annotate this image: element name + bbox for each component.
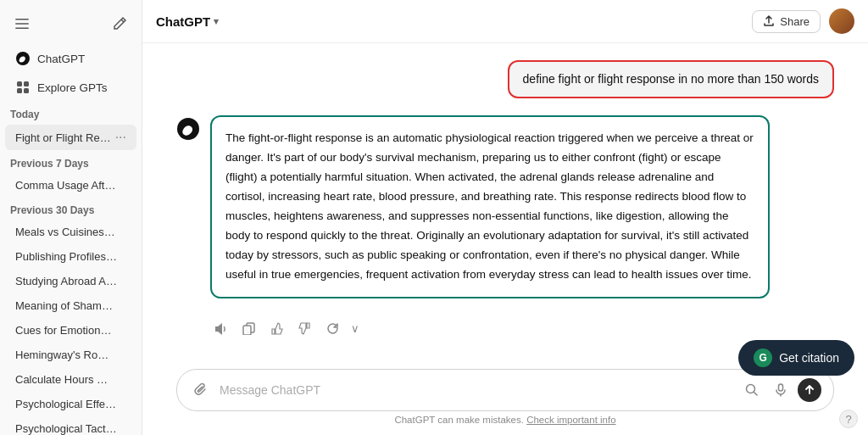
section-today: Today — [0, 102, 142, 124]
user-message-text: define fight or flight response in no mo… — [523, 72, 819, 86]
sidebar-item-chatgpt[interactable]: ChatGPT — [5, 45, 136, 72]
message-actions: ∨ — [176, 315, 834, 339]
assistant-message-container: The fight-or-flight response is an autom… — [176, 115, 770, 298]
citation-icon: G — [754, 349, 772, 367]
sidebar-item-explore-gpts[interactable]: Explore GPTs — [5, 74, 136, 101]
sidebar-top — [0, 7, 142, 41]
history-item-publishing[interactable]: Publishing Profiles vs Biographic — [5, 245, 136, 268]
share-label: Share — [780, 15, 810, 28]
history-item-shameless[interactable]: Meaning of Shameless — [5, 294, 136, 317]
history-item-studying[interactable]: Studying Abroad Advantages Di — [5, 270, 136, 293]
audio-play-button[interactable] — [210, 319, 231, 339]
get-citation-button[interactable]: G Get citation — [738, 340, 854, 376]
thumbs-up-button[interactable] — [267, 319, 287, 338]
chatgpt-logo-icon — [15, 51, 31, 66]
svg-rect-11 — [243, 326, 251, 335]
footer-note: ChatGPT can make mistakes. Check importa… — [176, 411, 834, 432]
history-item-hemingway[interactable]: Hemingway's Romantic Works — [5, 343, 136, 366]
history-item-label: Psychological Tactics in Commu — [15, 422, 117, 435]
svg-rect-4 — [17, 81, 22, 86]
sidebar-toggle-button[interactable] — [10, 12, 34, 36]
history-item-menu-icon[interactable]: ··· — [115, 130, 126, 145]
expand-icon: ∨ — [351, 322, 359, 335]
history-item-label: Studying Abroad Advantages Di — [15, 275, 117, 287]
section-prev-30: Previous 30 Days — [0, 198, 142, 220]
svg-rect-2 — [15, 28, 29, 30]
history-item-label: Fight or Flight Response — [15, 131, 115, 144]
header: ChatGPT ▾ Share — [142, 0, 868, 43]
svg-rect-1 — [15, 23, 29, 25]
help-button[interactable]: ? — [839, 410, 858, 428]
thumbs-down-button[interactable] — [295, 319, 314, 338]
svg-rect-5 — [24, 81, 29, 86]
help-icon: ? — [845, 413, 851, 426]
history-item-meals[interactable]: Meals vs Cuisines in USA — [5, 220, 136, 243]
attachment-button[interactable] — [189, 378, 213, 402]
footer-important-info-link[interactable]: Check important info — [526, 415, 615, 425]
chatgpt-title-text: ChatGPT — [156, 14, 210, 29]
input-right-controls — [740, 378, 821, 402]
history-item-label: Comma Usage After Introductory — [15, 179, 117, 192]
send-button[interactable] — [798, 378, 821, 402]
message-input[interactable] — [220, 383, 733, 397]
section-prev-7: Previous 7 Days — [0, 151, 142, 173]
history-item-hours[interactable]: Calculate Hours Worked Excel — [5, 368, 136, 391]
history-item-fight-flight[interactable]: Fight or Flight Response ··· — [5, 125, 136, 150]
history-item-label: Meals vs Cuisines in USA — [15, 226, 117, 238]
new-chat-button[interactable] — [108, 12, 131, 36]
header-title[interactable]: ChatGPT ▾ — [156, 14, 219, 29]
assistant-message-text: The fight-or-flight response is an autom… — [225, 131, 754, 281]
explore-gpts-label: Explore GPTs — [37, 81, 108, 94]
svg-rect-0 — [15, 19, 29, 20]
chat-area: define fight or flight response in no mo… — [142, 43, 868, 360]
svg-rect-13 — [779, 384, 783, 391]
assistant-avatar-icon — [176, 117, 200, 141]
history-item-label: Psychological Effects of Compa — [15, 398, 117, 410]
history-item-label: Hemingway's Romantic Works — [15, 349, 117, 361]
sidebar: ChatGPT Explore GPTs Today Fight or Flig… — [0, 0, 142, 435]
history-item-label: Meaning of Shameless — [15, 299, 117, 312]
svg-rect-6 — [17, 88, 22, 93]
share-upload-icon — [763, 15, 775, 27]
history-item-label: Publishing Profiles vs Biographic — [15, 250, 117, 263]
share-button[interactable]: Share — [752, 10, 821, 33]
search-button[interactable] — [740, 378, 764, 402]
svg-rect-7 — [24, 88, 29, 93]
history-item-comma-usage[interactable]: Comma Usage After Introductory — [5, 174, 136, 197]
history-item-label: Calculate Hours Worked Excel — [15, 373, 117, 386]
history-item-psych-effects[interactable]: Psychological Effects of Compa — [5, 393, 136, 415]
voice-button[interactable] — [769, 378, 793, 402]
history-item-psych-tactics[interactable]: Psychological Tactics in Commu — [5, 417, 136, 435]
history-item-label: Cues for Emotional Responses — [15, 324, 117, 337]
footer-note-text: ChatGPT can make mistakes. — [394, 415, 526, 425]
citation-button-label: Get citation — [779, 351, 839, 365]
copy-button[interactable] — [239, 319, 259, 338]
explore-gpts-icon — [15, 80, 31, 95]
citation-icon-letter: G — [760, 352, 767, 364]
assistant-message-bubble: The fight-or-flight response is an autom… — [210, 115, 770, 298]
header-right: Share — [752, 8, 854, 34]
chevron-down-icon: ▾ — [214, 16, 219, 27]
user-message-bubble: define fight or flight response in no mo… — [508, 60, 834, 98]
chatgpt-nav-label: ChatGPT — [37, 53, 85, 65]
history-item-cues[interactable]: Cues for Emotional Responses — [5, 319, 136, 342]
message-input-box — [176, 369, 834, 411]
user-avatar — [829, 8, 854, 34]
regenerate-button[interactable] — [323, 319, 342, 338]
